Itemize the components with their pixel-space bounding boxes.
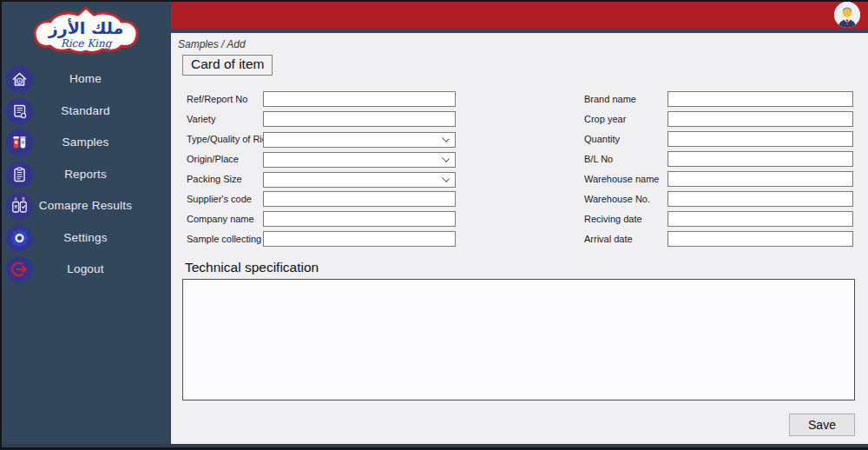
top-bar <box>171 0 868 29</box>
user-avatar[interactable] <box>834 2 860 28</box>
header-divider <box>171 29 868 33</box>
variety-input[interactable] <box>263 111 456 127</box>
ref-report-no-input[interactable] <box>263 91 456 107</box>
arrival-date-input[interactable] <box>667 231 853 247</box>
type-quality-of-rice-select[interactable] <box>263 131 456 147</box>
packing-size-select[interactable] <box>263 171 456 187</box>
reciving-date-input[interactable] <box>667 211 853 227</box>
save-button[interactable]: Save <box>789 414 855 436</box>
content-area: Samples / Add Card of item Ref/Report No… <box>171 33 868 444</box>
sidebar: ملك الأرز Rice King Home <box>0 0 171 444</box>
type-quality-of-rice-select-input[interactable] <box>263 132 456 148</box>
quantity-label: Quantity <box>584 134 667 144</box>
logout-icon <box>6 256 33 283</box>
type-quality-of-rice-label: Type/Quality of Rice <box>187 134 263 144</box>
packing-size-label: Packing Size <box>187 174 263 184</box>
svg-text:B: B <box>22 197 24 202</box>
sidebar-item-samples[interactable]: Samples <box>0 127 171 159</box>
crop-year-input[interactable] <box>667 111 853 127</box>
packing-size-select-input[interactable] <box>263 172 456 188</box>
window-frame-bottom <box>0 444 868 450</box>
company-name-input[interactable] <box>263 211 456 227</box>
origin-place-label: Origin/Place <box>187 154 263 164</box>
home-icon <box>6 66 33 93</box>
sidebar-item-logout[interactable]: Logout <box>0 254 171 286</box>
warehouse-name-label: Warehouse name <box>584 174 667 184</box>
ref-report-no-label: Ref/Report No <box>187 94 263 104</box>
rice-king-logo: ملك الأرز Rice King <box>29 5 143 59</box>
sidebar-item-home[interactable]: Home <box>0 63 171 96</box>
sidebar-item-settings[interactable]: Settings <box>0 222 171 255</box>
window-frame-left <box>0 0 2 450</box>
origin-place-select-input[interactable] <box>263 152 456 168</box>
quantity-input[interactable] <box>667 131 853 147</box>
crop-year-label: Crop year <box>584 114 667 124</box>
sidebar-item-standard[interactable]: Standard <box>0 96 171 128</box>
logo-english-text: Rice King <box>60 37 112 50</box>
arrival-date-label: Arrival date <box>584 234 667 244</box>
logo-cloud-icon: ملك الأرز Rice King <box>29 5 143 59</box>
sample-collecting-label: Sample collecting <box>187 234 263 244</box>
warehouse-no-input[interactable] <box>667 191 853 207</box>
logo-arabic-text: ملك الأرز <box>47 18 122 38</box>
variety-label: Variety <box>187 114 263 124</box>
technical-specification-textarea[interactable] <box>182 279 855 400</box>
bl-no-input[interactable] <box>667 151 853 167</box>
compare-results-icon: A B <box>6 193 33 220</box>
origin-place-select[interactable] <box>263 151 456 167</box>
standard-icon <box>6 97 33 124</box>
brand-name-label: Brand name <box>584 94 667 104</box>
app-window: ملك الأرز Rice King Home <box>0 0 868 450</box>
suppliers-code-label: Supplier's code <box>187 194 263 204</box>
window-frame-top <box>0 0 868 2</box>
reciving-date-label: Reciving date <box>584 214 667 224</box>
card-of-item-header: Card of item <box>182 55 273 76</box>
suppliers-code-input[interactable] <box>263 191 456 207</box>
sidebar-item-compare-results[interactable]: A B Comapre Results <box>0 190 171 222</box>
brand-name-input[interactable] <box>667 91 853 107</box>
settings-gear-icon <box>6 224 33 251</box>
samples-icon <box>6 129 33 156</box>
sidebar-menu: Home Standard <box>0 63 171 286</box>
bl-no-label: B/L No <box>584 154 667 164</box>
user-avatar-icon <box>834 2 860 28</box>
technical-specification-label: Technical specification <box>185 260 868 275</box>
reports-icon <box>6 161 33 188</box>
sample-collecting-input[interactable] <box>263 231 456 247</box>
warehouse-name-input[interactable] <box>667 171 853 187</box>
warehouse-no-label: Warehouse No. <box>584 194 667 204</box>
sidebar-item-reports[interactable]: Reports <box>0 159 171 191</box>
company-name-label: Company name <box>187 214 263 224</box>
breadcrumb: Samples / Add <box>178 37 868 52</box>
form-grid: Ref/Report NoBrand nameVarietyCrop yearT… <box>171 91 868 247</box>
